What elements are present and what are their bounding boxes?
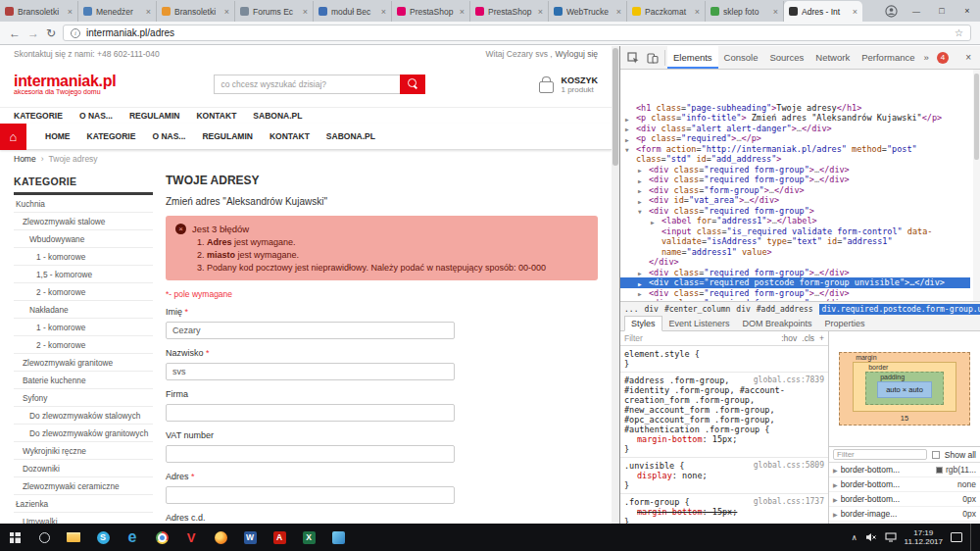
dom-node-line[interactable]: <input class="is_required validate form-… (620, 226, 970, 258)
browser-tab[interactable]: Paczkomat× (627, 1, 706, 22)
tab-close-icon[interactable]: × (773, 7, 778, 17)
error-count-badge[interactable]: 4 (937, 52, 949, 64)
nav-top-item[interactable]: O NAS... (79, 111, 113, 121)
breadcrumb-item[interactable]: #add_address (757, 305, 813, 314)
cart-widget[interactable]: KOSZYK 1 produkt (539, 75, 598, 94)
styles-tab[interactable]: Event Listeners (663, 317, 736, 330)
tab-close-icon[interactable]: × (853, 7, 858, 17)
form-text-input[interactable] (166, 322, 455, 339)
dom-node-line[interactable]: ▶<p class="info-title"> Zmień adres "Ale… (620, 113, 970, 124)
tab-close-icon[interactable]: × (146, 7, 151, 17)
nav-top-item[interactable]: SABONA.PL (253, 111, 302, 121)
form-text-input[interactable] (166, 486, 455, 504)
tab-close-icon[interactable]: × (224, 7, 229, 17)
back-button[interactable]: ← (9, 27, 21, 39)
category-item[interactable]: 1 - komorowe (14, 319, 153, 336)
nav-main-item[interactable]: O NAS... (152, 131, 185, 141)
acrobat-icon[interactable] (265, 524, 294, 551)
logout-link[interactable]: Wyloguj się (556, 49, 598, 59)
browser-tab[interactable]: Bransoletki× (0, 1, 78, 22)
category-item[interactable]: Syfony (14, 389, 153, 407)
maximize-button[interactable]: □ (929, 0, 955, 22)
edge-icon[interactable] (118, 524, 147, 551)
photos-icon[interactable] (323, 524, 353, 551)
styles-tab[interactable]: Properties (819, 317, 871, 330)
search-button[interactable] (400, 75, 425, 94)
category-item[interactable]: Wbudowywane (14, 230, 153, 248)
forward-button[interactable]: → (27, 27, 39, 39)
network-icon[interactable] (885, 528, 897, 546)
show-desktop-button[interactable] (970, 524, 974, 551)
browser-tab[interactable]: Menedżer× (78, 1, 157, 22)
nav-top-item[interactable]: KONTAKT (196, 111, 236, 121)
computed-property[interactable]: ▶border-bottom...none (829, 477, 980, 492)
form-text-input[interactable] (166, 445, 455, 463)
site-logo[interactable]: intermaniak.pl akcesoria dla Twojego dom… (14, 74, 116, 95)
devtools-tab-elements[interactable]: Elements (667, 46, 718, 69)
styles-tab[interactable]: DOM Breakpoints (737, 317, 818, 330)
twisty-icon[interactable]: ▶ (638, 300, 642, 302)
bookmark-star-icon[interactable]: ☆ (955, 27, 963, 38)
tray-chevron-icon[interactable]: ∧ (852, 533, 858, 542)
dom-node-line[interactable]: ▶<div class="required form-group">…</div… (620, 288, 970, 299)
browser-tab[interactable]: WebTrucke× (549, 1, 627, 22)
devtools-close-icon[interactable]: × (959, 52, 977, 63)
dom-node-line[interactable]: ▶<p class="required">…</p> (620, 133, 970, 144)
start-icon[interactable] (0, 524, 29, 551)
category-item[interactable]: Umywalki (14, 513, 153, 524)
home-icon[interactable]: ⌂ (0, 124, 26, 150)
taskbar-clock[interactable]: 17:19 11.12.2017 (905, 528, 943, 547)
pseudo-state-toggle[interactable]: :hov (781, 333, 797, 343)
dom-node-line[interactable]: ▼<div class="required form-group"> (620, 206, 970, 217)
browser-tab[interactable]: PrestaShop× (470, 1, 549, 22)
breadcrumb-item[interactable]: div (736, 305, 750, 314)
twisty-icon[interactable]: ▼ (625, 145, 629, 156)
stylesheet-link[interactable]: global.css:5809 (754, 461, 824, 471)
dom-node-line[interactable]: ▶<div class="required form-group">…</div… (620, 165, 970, 175)
computed-property[interactable]: ▶border-bottom...rgb(11... (829, 463, 980, 477)
dom-scrollbar-thumb[interactable] (974, 74, 979, 160)
dom-node-line[interactable]: ▶<div id="vat_area">…</div> (620, 195, 970, 206)
nav-main-item[interactable]: KATEGORIE (87, 131, 136, 141)
search-input[interactable] (214, 75, 400, 94)
breadcrumb-home[interactable]: Home (14, 154, 36, 167)
page-scrollbar[interactable] (612, 46, 619, 524)
show-all-checkbox[interactable] (932, 451, 940, 459)
browser-tab[interactable]: moduł Bec× (314, 1, 392, 22)
browser-tab[interactable]: sklep foto× (706, 1, 784, 22)
minimize-button[interactable]: — (904, 0, 929, 22)
nav-top-item[interactable]: REGULAMIN (129, 111, 179, 121)
css-declaration[interactable]: margin-bottom: 15px; (624, 507, 824, 517)
category-item[interactable]: Zlewozmywaki granitowe (14, 354, 153, 372)
dom-node-line[interactable]: ▶<div class="required form-group">…</div… (620, 298, 970, 301)
category-item[interactable]: Baterie kuchenne (14, 372, 153, 389)
category-item[interactable]: Łazienka (14, 495, 153, 513)
dom-node-line[interactable]: ▶<div class="required postcode form-grou… (620, 277, 970, 288)
breadcrumb-item[interactable]: ... (624, 305, 638, 314)
breadcrumb-item[interactable]: div.required.postcode.form-group.unvisib… (819, 304, 980, 315)
tab-close-icon[interactable]: × (303, 7, 308, 17)
category-item[interactable]: Dozowniki (14, 460, 153, 477)
dom-node-line[interactable]: </div> (620, 257, 970, 268)
category-item[interactable]: 1 - komorowe (14, 248, 153, 266)
stylesheet-link[interactable]: global.css:7839 (754, 376, 824, 385)
stylesheet-link[interactable]: global.css:1737 (754, 497, 824, 507)
devtools-tab-performance[interactable]: Performance (856, 46, 920, 69)
css-rule[interactable]: element.style {} (620, 346, 828, 373)
nav-main-item[interactable]: KONTAKT (270, 131, 310, 141)
css-declaration[interactable]: display: none; (624, 471, 824, 480)
browser-tab[interactable]: Bransoletki× (157, 1, 235, 22)
nav-main-item[interactable]: REGULAMIN (202, 131, 252, 141)
chrome-icon[interactable] (147, 524, 176, 551)
dom-node-line[interactable]: ▼<form action="http://intermaniak.pl/adr… (620, 144, 970, 165)
device-toolbar-icon[interactable] (643, 52, 662, 64)
browser-tab[interactable]: Adres - Int× (784, 1, 862, 22)
vivaldi-icon[interactable] (176, 524, 206, 551)
dom-node-line[interactable]: ▶<div class="alert alert-danger">…</div> (620, 124, 970, 134)
category-item[interactable]: Do zlewozmywaków stalowych (14, 407, 153, 425)
tab-close-icon[interactable]: × (695, 7, 700, 17)
devtools-tab-console[interactable]: Console (718, 46, 764, 69)
category-item[interactable]: Kuchnia (14, 195, 153, 213)
category-item[interactable]: Nakładane (14, 301, 153, 319)
page-scrollbar-thumb[interactable] (612, 48, 618, 166)
